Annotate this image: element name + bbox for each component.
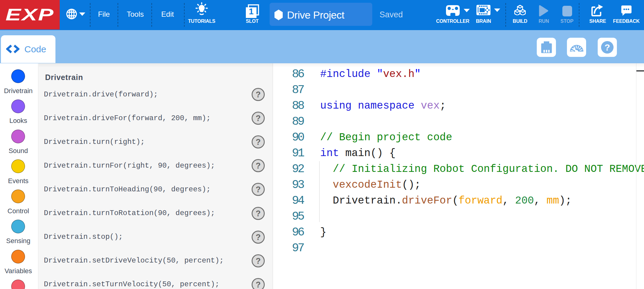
svg-text:1: 1 [249,7,254,16]
